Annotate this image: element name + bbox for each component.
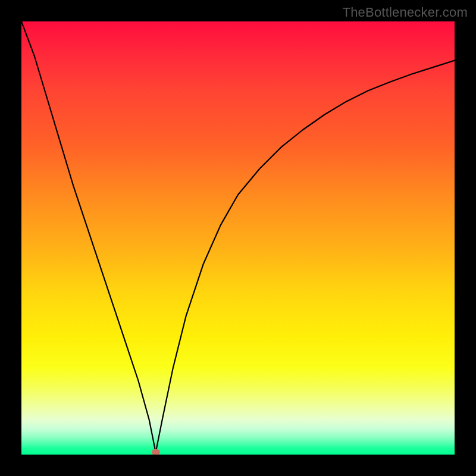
watermark-text: TheBottlenecker.com <box>343 5 468 20</box>
minimum-marker <box>152 449 160 455</box>
plot-area <box>21 21 455 455</box>
chart-frame: TheBottlenecker.com <box>0 0 476 476</box>
bottleneck-curve <box>21 21 455 455</box>
